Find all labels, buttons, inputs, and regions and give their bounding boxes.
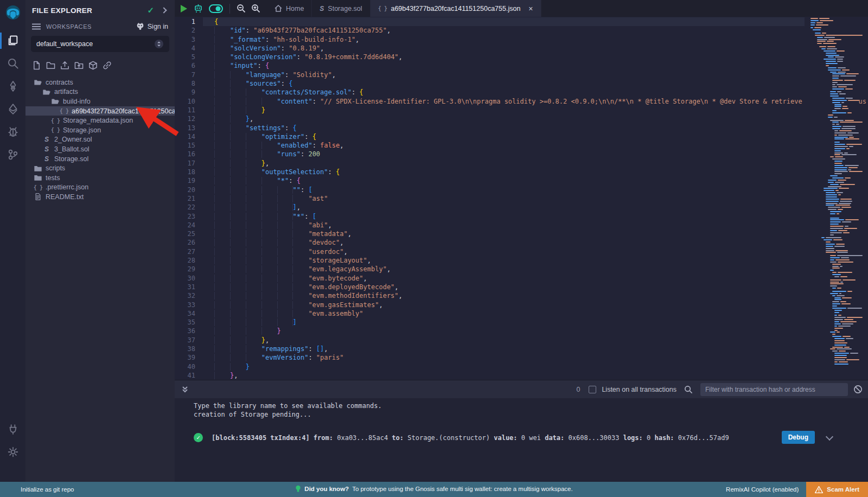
panel-expand-icon[interactable] bbox=[161, 7, 167, 13]
tree-item[interactable]: { }Storage_metadata.json bbox=[25, 116, 175, 125]
minimap-line bbox=[832, 177, 863, 179]
transaction-log-row[interactable]: ✓ [block:5583405 txIndex:4] from: 0xa03.… bbox=[194, 433, 868, 442]
rail-settings-icon[interactable] bbox=[0, 441, 25, 463]
run-script-button[interactable] bbox=[180, 4, 188, 13]
debug-button[interactable]: Debug bbox=[782, 431, 815, 444]
line-number: 5 bbox=[175, 53, 203, 61]
tree-item[interactable]: tests bbox=[25, 173, 175, 183]
minimap-line bbox=[828, 186, 863, 187]
minimap-line bbox=[834, 130, 863, 131]
tab-storage-sol[interactable]: S Storage.sol bbox=[312, 0, 370, 17]
tree-item[interactable]: build-info bbox=[25, 97, 175, 106]
remix-logo-icon[interactable] bbox=[4, 4, 22, 22]
ai-toggle-switch[interactable] bbox=[209, 4, 223, 13]
new-file-icon[interactable] bbox=[32, 61, 41, 72]
minimap-line bbox=[830, 93, 863, 94]
terminal-output[interactable]: Type the library name to see available c… bbox=[175, 398, 868, 482]
tree-item[interactable]: contracts bbox=[25, 78, 175, 87]
zoom-in-icon[interactable] bbox=[251, 4, 260, 13]
scam-alert-button[interactable]: Scam Alert bbox=[806, 482, 868, 497]
minimap-line bbox=[830, 156, 863, 157]
clear-console-icon[interactable] bbox=[853, 385, 863, 394]
minimap[interactable] bbox=[805, 17, 863, 380]
minimap-line bbox=[810, 24, 863, 26]
github-signin-button[interactable]: Sign in bbox=[136, 23, 168, 30]
minimap-line bbox=[834, 169, 863, 170]
folder-open-icon bbox=[51, 97, 60, 105]
workspace-select[interactable]: default_workspace bbox=[31, 36, 169, 52]
close-tab-icon[interactable]: × bbox=[528, 4, 533, 13]
rail-debugger-icon[interactable] bbox=[0, 120, 25, 143]
zoom-out-icon[interactable] bbox=[237, 4, 246, 13]
rail-solidity-compiler-icon[interactable] bbox=[0, 75, 25, 98]
minimap-line bbox=[810, 27, 863, 28]
tree-item-label: build-info bbox=[63, 98, 91, 105]
tree-item[interactable]: S3_Ballot.sol bbox=[25, 144, 175, 154]
tree-item[interactable]: scripts bbox=[25, 163, 175, 173]
tree-item-label: artifacts bbox=[54, 88, 78, 95]
tip-title: Did you know? bbox=[304, 486, 349, 492]
line-number: 24 bbox=[175, 221, 203, 230]
tree-item[interactable]: README.txt bbox=[25, 192, 175, 202]
line-number: 38 bbox=[175, 345, 203, 353]
line-number: 34 bbox=[175, 309, 203, 318]
minimap-line bbox=[832, 347, 863, 348]
minimap-line bbox=[832, 88, 863, 90]
upload-folder-icon[interactable] bbox=[74, 61, 84, 72]
tree-item[interactable]: { }a69b43f277ba20fcac141151250ca7... bbox=[25, 106, 175, 116]
tree-item[interactable]: artifacts bbox=[25, 87, 175, 97]
minimap-line bbox=[810, 18, 863, 19]
minimap-line bbox=[834, 342, 863, 343]
cube-icon[interactable] bbox=[88, 61, 98, 72]
minimap-line bbox=[826, 205, 863, 206]
minimap-line bbox=[834, 364, 863, 365]
code-line: ], bbox=[203, 203, 805, 212]
tree-item[interactable]: { }Storage.json bbox=[25, 125, 175, 135]
rail-plugin-manager-icon[interactable] bbox=[0, 418, 25, 441]
line-number: 23 bbox=[175, 212, 203, 221]
workspaces-label: WORKSPACES bbox=[46, 23, 136, 30]
listen-all-checkbox[interactable] bbox=[589, 386, 596, 393]
git-init-button[interactable]: Initialize as git repo bbox=[21, 486, 74, 493]
workspace-stepper-icon bbox=[154, 39, 164, 49]
line-number: 26 bbox=[175, 238, 203, 247]
code-line: "storageLayout", bbox=[203, 256, 805, 265]
minimap-line bbox=[830, 72, 863, 73]
rail-deploy-run-icon[interactable] bbox=[0, 98, 25, 120]
minimap-line bbox=[832, 110, 863, 111]
minimap-line bbox=[815, 33, 863, 34]
code-editor[interactable]: 1234567891011121314151617181920212223242… bbox=[175, 17, 868, 380]
rail-git-icon[interactable] bbox=[0, 143, 25, 166]
code-line: } bbox=[203, 327, 805, 335]
hamburger-menu-icon[interactable] bbox=[32, 23, 41, 30]
transaction-filter-input[interactable] bbox=[700, 383, 848, 396]
code-line: "evm.gasEstimates", bbox=[203, 301, 805, 309]
code-line: "metadata", bbox=[203, 230, 805, 238]
tree-item-label: 2_Owner.sol bbox=[54, 136, 92, 143]
line-number: 41 bbox=[175, 371, 203, 380]
link-icon[interactable] bbox=[103, 61, 112, 72]
line-number: 9 bbox=[175, 88, 203, 97]
rail-search-icon[interactable] bbox=[0, 52, 25, 75]
upload-file-icon[interactable] bbox=[60, 61, 69, 72]
json-file-icon: { } bbox=[51, 117, 60, 124]
tab-home[interactable]: Home bbox=[267, 0, 312, 17]
expand-tx-icon[interactable] bbox=[826, 433, 833, 441]
code-line: "userdoc", bbox=[203, 247, 805, 256]
file-explorer-panel: FILE EXPLORER ✓ WORKSPACES Sign in defau… bbox=[25, 0, 175, 482]
collapse-terminal-icon[interactable] bbox=[181, 386, 189, 393]
tree-item[interactable]: S2_Owner.sol bbox=[25, 135, 175, 145]
line-number: 18 bbox=[175, 168, 203, 176]
tree-item[interactable]: { }.prettierrc.json bbox=[25, 183, 175, 193]
tree-item[interactable]: SStorage.sol bbox=[25, 154, 175, 164]
solidity-file-icon: S bbox=[42, 136, 51, 143]
new-folder-icon[interactable] bbox=[46, 61, 55, 72]
tree-item-label: 3_Ballot.sol bbox=[54, 145, 90, 153]
rail-file-explorer-icon[interactable] bbox=[0, 29, 25, 52]
copilot-status[interactable]: RemixAI Copilot (enabled) bbox=[726, 486, 799, 493]
tree-item-label: Storage.sol bbox=[54, 155, 88, 163]
remix-ai-robot-icon[interactable] bbox=[193, 4, 203, 13]
tab-build-info-json[interactable]: { } a69b43f277ba20fcac141151250ca755.jso… bbox=[371, 0, 541, 17]
minimap-line bbox=[834, 338, 863, 339]
minimap-line bbox=[834, 345, 863, 346]
